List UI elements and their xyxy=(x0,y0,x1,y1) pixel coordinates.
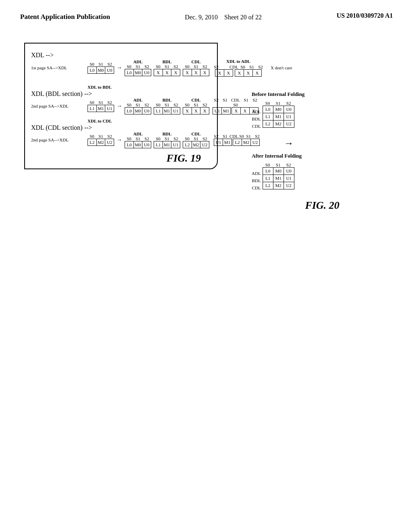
adl-group-2: ADL S0 S1 S2 L0M0U0 xyxy=(125,98,151,114)
bdl-label-1: BDL xyxy=(163,59,172,64)
bdl-table-2: L1M1U1 xyxy=(154,107,180,114)
cdl-table-1: XXX xyxy=(183,69,209,76)
sheet-info: Sheet 20 of 22 xyxy=(224,14,262,21)
adl-table-2: L0M0U0 xyxy=(125,107,151,114)
fig19-label: FIG. 19 xyxy=(167,152,201,164)
main-content: XDL --> 1st page SA-->XDL S0 S1 S2 L0M0U… xyxy=(0,27,413,177)
sa-group-3: S0 S1 S2 L2M2U2 xyxy=(88,134,114,146)
adl-label-2: ADL xyxy=(133,98,142,102)
cdl-label-1: CDL xyxy=(191,59,200,64)
bdl-table-3: L1M1U1 xyxy=(154,141,180,148)
page2b-label: 2nd page SA-->XDL xyxy=(31,137,88,142)
fig20-before-row-labels: ADL BDL CDL xyxy=(252,108,263,130)
bdl-group-2: BDL S0 S1 S2 L1M1U1 xyxy=(154,98,180,114)
xdl-bdl-label: XDL to BDL xyxy=(88,85,211,89)
sa-table-3: L2M2U2 xyxy=(88,139,114,146)
arrow-2: → xyxy=(117,103,122,109)
fig20-before-grid: S0 S1 S2 L0 M0 U0 L1 M1 U1 xyxy=(263,101,294,128)
fig19-row-2: 2nd page SA-->XDL S0 S1 S2 L1M1U1 → ADL xyxy=(31,98,211,114)
fig20-after-data: L0 M0 U0 L1 M1 U1 L2 M2 U2 xyxy=(263,167,294,189)
sa-group-1: S0 S1 S2 L0M0U0 xyxy=(88,62,114,74)
adl-table-3: L0M0U0 xyxy=(125,141,151,148)
fig20-after-section: After Internal Folding ADL BDL CDL S0 S1… xyxy=(252,153,393,191)
fig20-container: Before Internal Folding ADL BDL CDL S0 S… xyxy=(252,91,393,212)
fig20-before-title: Before Internal Folding xyxy=(252,91,393,98)
bdl-label-2: BDL xyxy=(163,98,172,102)
cdl-label-2: CDL xyxy=(191,98,200,102)
adl-group-1: ADL S0 S1 S2 L0M0U0 xyxy=(125,59,151,76)
publication-date-sheet: Dec. 9, 2010 Sheet 20 of 22 xyxy=(185,12,262,23)
fig20-arrow: → xyxy=(284,138,393,149)
fig20-after-grid: S0 S1 S2 L0 M0 U0 L1 M1 U1 xyxy=(263,162,294,189)
adl-group-3: ADL S0 S1 S2 L0M0U0 xyxy=(125,131,151,148)
publication-title: Patent Application Publication xyxy=(20,12,110,22)
publication-date: Dec. 9, 2010 xyxy=(185,14,218,21)
cdl-group-1: CDL S0 S1 S2 XXX xyxy=(183,59,209,76)
fig20-before-data: L0 M0 U0 L1 M1 U1 L2 M2 U2 xyxy=(263,106,294,128)
fig20-after-table-area: ADL BDL CDL S0 S1 S2 L0 M0 U0 xyxy=(252,162,393,191)
sa-table-1: L0M0U0 xyxy=(88,66,114,74)
page2-label: 2nd page SA-->XDL xyxy=(31,104,88,108)
cdl-table-3: L2M2U2 xyxy=(183,141,209,148)
page-header: Patent Application Publication Dec. 9, 2… xyxy=(0,0,413,27)
arrow-3: → xyxy=(117,137,122,143)
fig20-after-title: After Internal Folding xyxy=(252,153,393,159)
fig19-row-1: 1st page SA-->XDL S0 S1 S2 L0M0U0 → xyxy=(31,59,211,77)
dont-care-label: X don't care xyxy=(271,65,292,70)
fig19-section-2: 2nd page SA-->XDL S0 S1 S2 L1M1U1 → ADL xyxy=(31,98,211,114)
arrow-1: → xyxy=(117,64,122,71)
fig19-container: XDL --> 1st page SA-->XDL S0 S1 S2 L0M0U… xyxy=(24,43,218,169)
cdl-group-2: CDL S0 S1 S2 XXX xyxy=(183,98,209,114)
fig19-section-1: 1st page SA-->XDL S0 S1 S2 L0M0U0 → xyxy=(31,59,211,77)
fig20-before-table-area: ADL BDL CDL S0 S1 S2 L0 M0 U0 xyxy=(252,101,393,130)
fig19-row-3: 2nd page SA-->XDL S0 S1 S2 L2M2U2 → ADL xyxy=(31,131,211,148)
xdl-label-1: XDL to ADL xyxy=(226,59,250,64)
patent-number: US 2010/0309720 A1 xyxy=(336,12,393,19)
xdl-cdl-label: XDL to CDL xyxy=(88,118,211,123)
fig19-section-3: 2nd page SA-->XDL S0 S1 S2 L2M2U2 → ADL xyxy=(31,131,211,148)
fig20-label: FIG. 20 xyxy=(252,200,393,212)
sa-col-headers-1: S0 S1 S2 xyxy=(88,62,114,66)
xdl-group-1: XDL to ADL S2 CDL S0 S1 S2 XX XXX xyxy=(212,59,265,77)
sa-group-2: S0 S1 S2 L1M1U1 xyxy=(88,100,114,112)
cdl-table-2: XXX xyxy=(183,107,209,114)
bdl-group-1: BDL S0 S1 S2 XXX xyxy=(154,59,180,76)
cdl-group-3: CDL S0 S1 S2 L2M2U2 xyxy=(183,131,209,148)
fig20-before-section: Before Internal Folding ADL BDL CDL S0 S… xyxy=(252,91,393,130)
page1-label: 1st page SA-->XDL xyxy=(31,65,88,70)
bdl-table-1: XXX xyxy=(154,69,180,76)
adl-label-1: ADL xyxy=(133,59,142,64)
adl-table-1: L0M0U0 xyxy=(125,69,151,76)
fig20-after-row-labels: ADL BDL CDL xyxy=(252,170,263,191)
bdl-group-3: BDL S0 S1 S2 L1M1U1 xyxy=(154,131,180,148)
sa-table-2: L1M1U1 xyxy=(88,105,114,112)
